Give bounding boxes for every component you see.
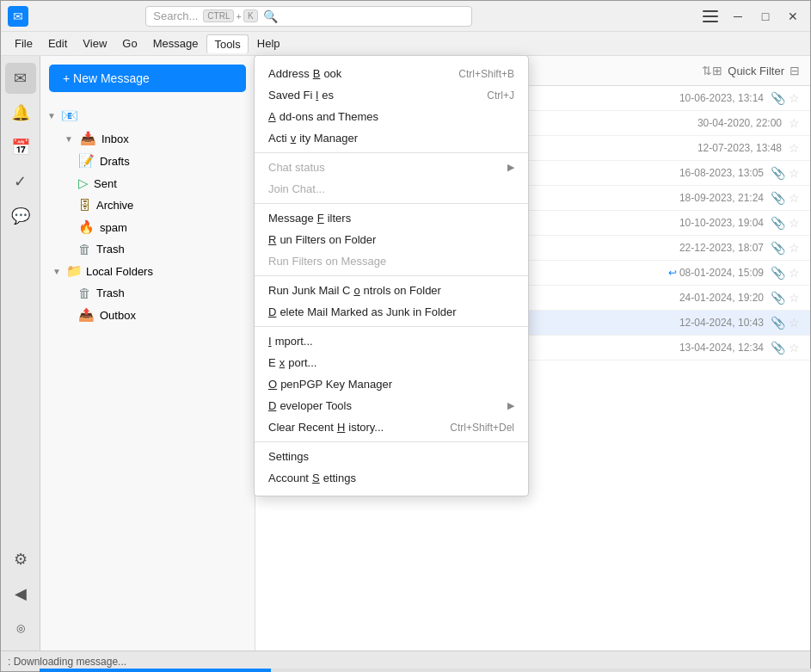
menu-item-msg-filters[interactable]: Message Filters — [255, 207, 528, 229]
run-filters-folder-label: Run Filters on Folder — [268, 233, 376, 246]
attachment-icon: 📎 — [771, 216, 785, 230]
attachment-icon: 📎 — [771, 166, 785, 180]
clear-history-label: Clear Recent History... — [268, 421, 384, 434]
sidebar-settings-icon[interactable]: ⚙ — [5, 544, 36, 575]
menu-item-dev-tools[interactable]: Developer Tools ▶ — [255, 395, 528, 416]
menu-item-delete-junk[interactable]: Delete Mail Marked as Junk in Folder — [255, 301, 528, 323]
msg-icons: 📎 ☆ — [771, 241, 800, 255]
menu-message[interactable]: Message — [146, 34, 206, 52]
msg-timestamp: 22-12-2023, 18:07 — [679, 242, 764, 254]
folder-sent[interactable]: ▷ Sent — [40, 172, 255, 194]
star-icon[interactable]: ☆ — [789, 166, 800, 180]
shortcut-ctrl: CTRL — [203, 9, 234, 22]
menu-item-export[interactable]: Export... — [255, 352, 528, 373]
folder-inbox[interactable]: ▼ 📥 Inbox — [40, 127, 255, 150]
sidebar-notification-icon[interactable]: 🔔 — [5, 97, 36, 128]
dev-tools-label: Developer Tools — [268, 399, 352, 412]
menu-item-openpgp[interactable]: OpenPGP Key Manager — [255, 373, 528, 395]
folder-trash-local[interactable]: 🗑 Trash — [40, 282, 255, 304]
star-icon[interactable]: ☆ — [789, 291, 800, 305]
sidebar-tasks-icon[interactable]: ✓ — [5, 166, 36, 197]
sidebar-mail-icon[interactable]: ✉ — [5, 63, 36, 94]
star-icon[interactable]: ☆ — [789, 216, 800, 230]
title-bar: ✉ Search... CTRL + K 🔍 ─ □ ✕ — [1, 1, 810, 32]
attachment-icon: 📎 — [771, 341, 785, 354]
new-message-button[interactable]: + New Message — [49, 65, 246, 92]
hamburger-button[interactable] — [700, 6, 721, 27]
folder-spam[interactable]: 🔥 spam — [40, 216, 255, 238]
attachment-icon: 📎 — [771, 241, 785, 255]
sidebar-status-icon[interactable]: ◎ — [5, 613, 36, 644]
quick-filter-label: Quick Filter — [728, 65, 784, 77]
star-icon[interactable]: ☆ — [789, 116, 800, 130]
address-book-shortcut: Ctrl+Shift+B — [458, 68, 514, 80]
search-bar[interactable]: Search... CTRL + K 🔍 — [145, 6, 472, 27]
maximize-button[interactable]: □ — [755, 6, 776, 27]
spam-label: spam — [100, 221, 127, 234]
account-name — [82, 109, 85, 122]
folder-archive[interactable]: 🗄 Archive — [40, 194, 255, 216]
saved-files-label: Saved Files — [268, 89, 334, 102]
inbox-label: Inbox — [101, 133, 129, 145]
menu-item-junk-controls[interactable]: Run Junk Mail Controls on Folder — [255, 280, 528, 301]
sidebar-collapse-icon[interactable]: ◀ — [5, 578, 36, 609]
search-placeholder-text: Search... — [153, 9, 198, 22]
msg-timestamp: 12-07-2023, 13:48 — [697, 142, 782, 154]
msg-filters-label: Message Filters — [268, 212, 351, 225]
msg-icons: 📎 ☆ — [771, 91, 800, 105]
sent-icon: ▷ — [78, 176, 89, 191]
minimize-button[interactable]: ─ — [728, 6, 748, 27]
close-button[interactable]: ✕ — [783, 6, 803, 27]
star-icon[interactable]: ☆ — [789, 341, 800, 354]
menu-section-4: Run Junk Mail Controls on Folder Delete … — [255, 276, 528, 327]
star-icon[interactable]: ☆ — [789, 191, 800, 205]
menu-go[interactable]: Go — [115, 34, 144, 52]
join-chat-label: Join Chat... — [268, 182, 325, 195]
main-window: ✉ Search... CTRL + K 🔍 ─ □ ✕ File Edit — [0, 0, 811, 672]
menu-item-run-filters-folder[interactable]: Run Filters on Folder — [255, 229, 528, 250]
msg-timestamp: 10-06-2023, 13:14 — [679, 92, 764, 104]
folder-outbox[interactable]: 📤 Outbox — [40, 304, 255, 326]
menu-item-import[interactable]: Import... — [255, 330, 528, 352]
menu-tools[interactable]: Tools — [206, 34, 248, 53]
account-row[interactable]: ▼ 📧 — [40, 104, 255, 127]
folder-drafts[interactable]: 📝 Drafts — [40, 150, 255, 172]
addons-label: Add-ons and Themes — [268, 110, 378, 123]
attachment-icon: 📎 — [771, 191, 785, 205]
star-icon[interactable]: ☆ — [789, 241, 800, 255]
menu-item-addons[interactable]: Add-ons and Themes — [255, 106, 528, 127]
spam-icon: 🔥 — [78, 219, 95, 235]
menu-help[interactable]: Help — [250, 34, 287, 52]
settings-label: Settings — [268, 450, 309, 463]
menu-file[interactable]: File — [8, 34, 40, 52]
folder-trash-account[interactable]: 🗑 Trash — [40, 238, 255, 260]
menu-view[interactable]: View — [76, 34, 114, 52]
menu-section-6: Settings Account Settings — [255, 442, 528, 492]
drafts-label: Drafts — [100, 155, 130, 168]
attachment-icon: 📎 — [771, 91, 785, 105]
menu-item-join-chat[interactable]: Join Chat... — [255, 178, 528, 200]
shortcut-k: K — [243, 9, 258, 22]
menu-item-address-book[interactable]: Address Book Ctrl+Shift+B — [255, 63, 528, 84]
msg-timestamp: 13-04-2024, 12:34 — [679, 342, 764, 354]
openpgp-label: OpenPGP Key Manager — [268, 378, 392, 391]
dev-tools-arrow: ▶ — [507, 400, 514, 411]
menu-item-settings[interactable]: Settings — [255, 446, 528, 467]
menu-item-activity[interactable]: Activity Manager — [255, 127, 528, 149]
star-icon[interactable]: ☆ — [789, 316, 800, 330]
star-icon[interactable]: ☆ — [789, 91, 800, 105]
sidebar-chat-icon[interactable]: 💬 — [5, 200, 36, 231]
menu-item-account-settings[interactable]: Account Settings — [255, 467, 528, 489]
hamburger-icon — [703, 10, 718, 22]
star-icon[interactable]: ☆ — [789, 266, 800, 280]
chat-status-label: Chat status — [268, 161, 325, 174]
menu-item-run-filters-msg[interactable]: Run Filters on Message — [255, 250, 528, 272]
menu-item-saved-files[interactable]: Saved Files Ctrl+J — [255, 84, 528, 106]
outbox-icon: 📤 — [78, 307, 95, 323]
menu-item-chat-status[interactable]: Chat status ▶ — [255, 157, 528, 178]
star-icon[interactable]: ☆ — [789, 141, 800, 155]
menu-item-clear-history[interactable]: Clear Recent History... Ctrl+Shift+Del — [255, 416, 528, 438]
sidebar-calendar-icon[interactable]: 📅 — [5, 132, 36, 163]
menu-edit[interactable]: Edit — [41, 34, 74, 52]
local-folders-row[interactable]: ▼ 📁 Local Folders — [40, 260, 255, 282]
